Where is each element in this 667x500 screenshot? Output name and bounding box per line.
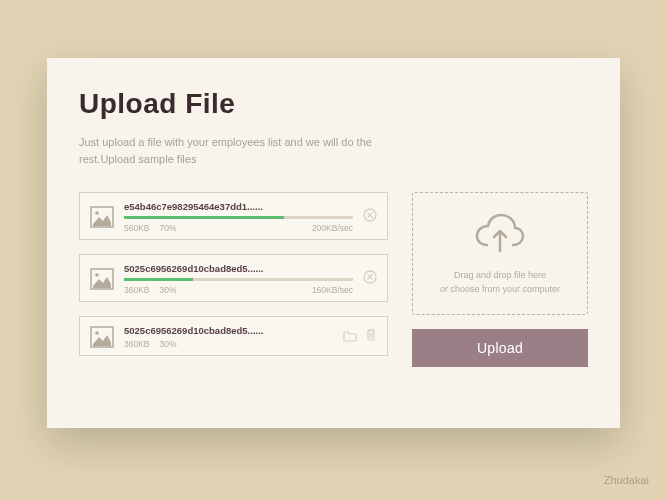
file-row-2: 5025c6956269d10cbad8ed5...... 360KB 30% <box>79 316 388 356</box>
file-row-1: 5025c6956269d10cbad8ed5...... 360KB 30% … <box>79 254 388 302</box>
file-size: 360KB <box>124 339 150 349</box>
progress-bar <box>124 278 353 281</box>
file-body: 5025c6956269d10cbad8ed5...... 360KB 30% <box>124 325 333 349</box>
cancel-icon[interactable] <box>363 208 377 226</box>
file-meta: 360KB 30% 160KB/sec <box>124 285 353 295</box>
folder-icon[interactable] <box>343 328 357 346</box>
upload-card: Upload File Just upload a file with your… <box>47 58 620 428</box>
file-size: 560KB <box>124 223 150 233</box>
file-body: e54b46c7e98295464e37dd1...... 560KB 70% … <box>124 201 353 233</box>
trash-icon[interactable] <box>365 328 377 346</box>
file-speed: 200KB/sec <box>312 223 353 233</box>
svg-point-7 <box>95 331 99 335</box>
page-subtitle: Just upload a file with your employees l… <box>79 134 379 168</box>
dropzone-text: Drag and drop file here or choose from y… <box>440 269 560 296</box>
file-meta: 560KB 70% 200KB/sec <box>124 223 353 233</box>
progress-fill <box>124 278 193 281</box>
file-percent: 30% <box>160 339 177 349</box>
dropzone[interactable]: Drag and drop file here or choose from y… <box>412 192 588 315</box>
svg-point-1 <box>95 211 99 215</box>
file-body: 5025c6956269d10cbad8ed5...... 360KB 30% … <box>124 263 353 295</box>
image-icon <box>90 268 114 290</box>
svg-point-4 <box>95 273 99 277</box>
file-name: 5025c6956269d10cbad8ed5...... <box>124 325 333 336</box>
image-icon <box>90 206 114 228</box>
dropzone-line1: Drag and drop file here <box>440 269 560 283</box>
file-size: 360KB <box>124 285 150 295</box>
file-actions <box>363 270 377 288</box>
author-credit: Zhudakai <box>604 474 649 486</box>
file-list: e54b46c7e98295464e37dd1...... 560KB 70% … <box>79 192 388 367</box>
upload-button[interactable]: Upload <box>412 329 588 367</box>
page-title: Upload File <box>79 88 588 120</box>
image-icon <box>90 326 114 348</box>
file-percent: 70% <box>160 223 177 233</box>
right-panel: Drag and drop file here or choose from y… <box>412 192 588 367</box>
file-name: e54b46c7e98295464e37dd1...... <box>124 201 353 212</box>
file-row-0: e54b46c7e98295464e37dd1...... 560KB 70% … <box>79 192 388 240</box>
file-actions <box>343 328 377 346</box>
cancel-icon[interactable] <box>363 270 377 288</box>
dropzone-line2: or choose from your computer <box>440 283 560 297</box>
file-name: 5025c6956269d10cbad8ed5...... <box>124 263 353 274</box>
file-percent: 30% <box>160 285 177 295</box>
file-actions <box>363 208 377 226</box>
progress-bar <box>124 216 353 219</box>
progress-fill <box>124 216 284 219</box>
file-meta: 360KB 30% <box>124 339 333 349</box>
file-speed: 160KB/sec <box>312 285 353 295</box>
content-columns: e54b46c7e98295464e37dd1...... 560KB 70% … <box>79 192 588 367</box>
cloud-upload-icon <box>473 211 527 269</box>
